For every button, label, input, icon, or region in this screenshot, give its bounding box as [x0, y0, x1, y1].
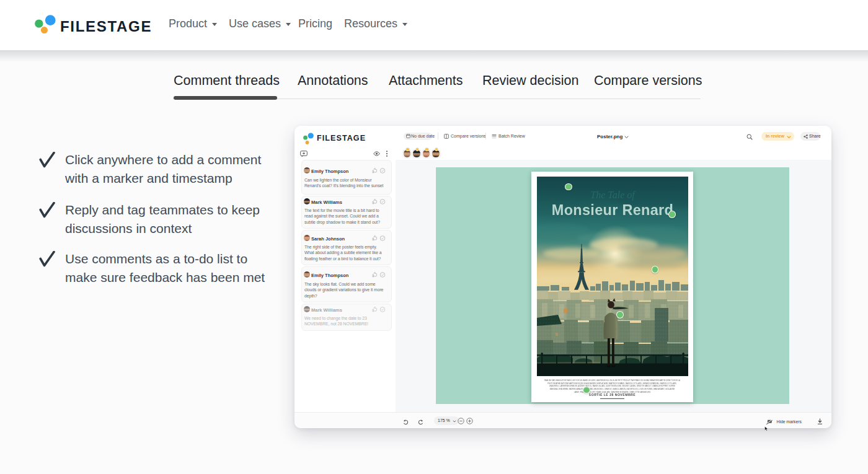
svg-text:PHOTOGRAPHIE ANTOINE MARTIN MU: PHOTOGRAPHIE ANTOINE MARTIN MUSIQUE DE A…: [547, 382, 677, 385]
svg-text:The Tale of: The Tale of: [590, 190, 636, 201]
svg-text:SORTIE LE 28 NOVEMBRE: SORTIE LE 28 NOVEMBRE: [589, 393, 636, 397]
svg-text:Monsieur Renard: Monsieur Renard: [552, 202, 673, 218]
svg-text:MARCEAU, EVA GREEN, MATHIEU AM: MARCEAU, EVA GREEN, MATHIEU AMALRIC, JEA…: [550, 388, 675, 390]
svg-text:REALISE PAR JEAN DUPONT AVEC L: REALISE PAR JEAN DUPONT AVEC LES VOIX DE…: [544, 379, 680, 382]
svg-text:JEAN RENO, CATHERINE DENEUVE,: JEAN RENO, CATHERINE DENEUVE, AUDREY TAU…: [549, 385, 675, 387]
